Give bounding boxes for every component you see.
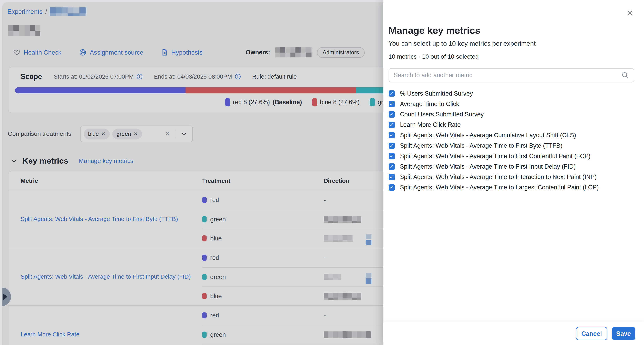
- close-icon[interactable]: [626, 9, 634, 17]
- metric-option-row[interactable]: ✓ Learn More Click Rate: [388, 120, 634, 130]
- metrics-count-status: 10 metrics · 10 out of 10 selected: [388, 53, 634, 60]
- checkbox-checked[interactable]: ✓: [388, 90, 395, 97]
- metric-option-label: Split Agents: Web Vitals - Average Cumul…: [400, 132, 576, 139]
- panel-footer: Cancel Save: [384, 322, 644, 345]
- checkbox-checked[interactable]: ✓: [388, 153, 395, 159]
- metric-option-row[interactable]: ✓ Split Agents: Web Vitals - Average Tim…: [388, 172, 634, 182]
- checkbox-checked[interactable]: ✓: [388, 122, 395, 128]
- metric-option-label: Split Agents: Web Vitals - Average Time …: [400, 184, 599, 191]
- metric-option-label: Split Agents: Web Vitals - Average Time …: [400, 153, 590, 160]
- checkbox-checked[interactable]: ✓: [388, 143, 395, 149]
- metric-option-label: Split Agents: Web Vitals - Average Time …: [400, 142, 562, 149]
- save-button[interactable]: Save: [612, 327, 635, 340]
- metric-option-row[interactable]: ✓ % Users Submitted Survey: [388, 88, 634, 99]
- manage-key-metrics-panel: Manage key metrics You can select up to …: [384, 0, 644, 345]
- metric-option-row[interactable]: ✓ Split Agents: Web Vitals - Average Tim…: [388, 182, 634, 193]
- metric-option-row[interactable]: ✓ Split Agents: Web Vitals - Average Tim…: [388, 151, 634, 161]
- metric-search-input[interactable]: [394, 72, 621, 79]
- checkbox-checked[interactable]: ✓: [388, 111, 395, 118]
- metric-option-row[interactable]: ✓ Count Users Submitted Survey: [388, 109, 634, 120]
- metric-option-label: Split Agents: Web Vitals - Average Time …: [400, 163, 576, 170]
- metric-option-label: % Users Submitted Survey: [400, 90, 473, 97]
- checkbox-checked[interactable]: ✓: [388, 174, 395, 180]
- checkbox-checked[interactable]: ✓: [388, 101, 395, 107]
- metric-option-label: Count Users Submitted Survey: [400, 111, 484, 118]
- checkbox-checked[interactable]: ✓: [388, 163, 395, 170]
- app-root: Experiments / Health Check Assignment so…: [0, 0, 644, 345]
- metric-option-row[interactable]: ✓ Split Agents: Web Vitals - Average Cum…: [388, 130, 634, 140]
- panel-title: Manage key metrics: [388, 25, 634, 36]
- cancel-button[interactable]: Cancel: [576, 327, 608, 340]
- metric-option-row[interactable]: ✓ Split Agents: Web Vitals - Average Tim…: [388, 140, 634, 151]
- metric-option-label: Learn More Click Rate: [400, 121, 460, 128]
- metric-option-label: Split Agents: Web Vitals - Average Time …: [400, 173, 596, 181]
- metric-option-label: Average Time to Click: [400, 100, 459, 108]
- metric-option-row[interactable]: ✓ Average Time to Click: [388, 99, 634, 109]
- metric-search-box: [388, 68, 634, 82]
- checkbox-checked[interactable]: ✓: [388, 184, 395, 191]
- metric-option-row[interactable]: ✓ Split Agents: Web Vitals - Average Tim…: [388, 161, 634, 172]
- search-icon: [621, 71, 629, 79]
- panel-subtitle: You can select up to 10 key metrics per …: [388, 40, 634, 47]
- metric-checkbox-list: ✓ % Users Submitted Survey ✓ Average Tim…: [388, 88, 634, 193]
- checkbox-checked[interactable]: ✓: [388, 132, 395, 138]
